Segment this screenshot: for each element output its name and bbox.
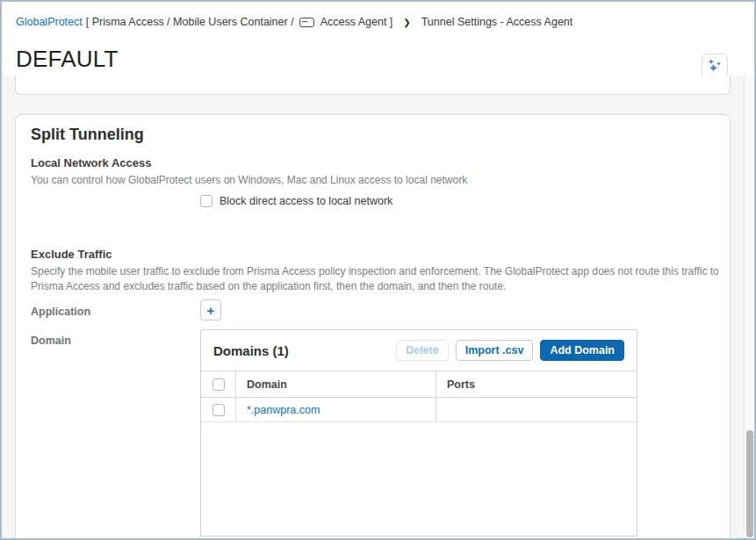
row-select-checkbox[interactable] [212, 404, 225, 416]
split-tunneling-card: Split Tunneling Local Network Access You… [15, 114, 731, 540]
sparkles-icon [707, 58, 723, 77]
breadcrumb-context-item: Access Agent ] [320, 16, 393, 28]
domain-field-label: Domain [31, 335, 71, 347]
breadcrumb-link-globalprotect[interactable]: GlobalProtect [16, 16, 83, 28]
add-application-button[interactable]: + [200, 299, 221, 320]
domain-table-row: *.panwpra.com [201, 398, 637, 422]
domains-table-header: Domain Ports [201, 371, 637, 398]
chevron-right-icon: ❯ [403, 18, 410, 27]
exclude-traffic-title: Exclude Traffic [31, 248, 720, 261]
exclude-traffic-description: Specify the mobile user traffic to exclu… [31, 264, 720, 294]
scrollbar-thumb[interactable] [746, 430, 753, 537]
content-area: Split Tunneling Local Network Access You… [2, 76, 744, 540]
breadcrumb: GlobalProtect [ Prisma Access / Mobile U… [16, 16, 572, 28]
previous-card-bottom [15, 76, 731, 95]
page-header: GlobalProtect [ Prisma Access / Mobile U… [2, 2, 754, 76]
domains-panel-header: Domains (1) Delete Import .csv Add Domai… [201, 330, 637, 371]
block-direct-access-label: Block direct access to local network [220, 195, 392, 207]
ports-column-label: Ports [447, 378, 475, 391]
row-select-cell [201, 398, 236, 421]
breadcrumb-context-prefix: [ Prisma Access / Mobile Users Container… [86, 16, 294, 28]
page-title: DEFAULT [16, 46, 119, 73]
domains-panel-title: Domains (1) [213, 343, 396, 358]
domain-cell: *.panwpra.com [236, 398, 436, 421]
import-csv-button[interactable]: Import .csv [456, 340, 534, 361]
add-domain-button[interactable]: Add Domain [540, 340, 624, 361]
domain-column-header: Domain [236, 371, 436, 397]
local-network-access-description: You can control how GlobalProtect users … [31, 173, 467, 188]
local-network-access-section: Local Network Access You can control how… [31, 156, 467, 188]
application-field-label: Application [31, 306, 90, 318]
domain-link[interactable]: *.panwpra.com [247, 404, 320, 416]
vertical-scrollbar[interactable] [744, 76, 754, 540]
ports-column-header: Ports [436, 371, 637, 397]
domain-column-label: Domain [247, 378, 287, 391]
domains-panel: Domains (1) Delete Import .csv Add Domai… [200, 329, 637, 536]
select-all-cell [201, 371, 236, 397]
select-all-checkbox[interactable] [212, 378, 225, 391]
app-window: GlobalProtect [ Prisma Access / Mobile U… [0, 0, 756, 540]
ports-cell [436, 398, 637, 421]
exclude-traffic-section: Exclude Traffic Specify the mobile user … [31, 248, 720, 294]
delete-domain-button[interactable]: Delete [396, 340, 449, 361]
container-icon [299, 18, 314, 27]
local-network-access-title: Local Network Access [31, 156, 467, 169]
breadcrumb-current-page: Tunnel Settings - Access Agent [421, 16, 573, 28]
block-direct-access-checkbox[interactable] [200, 195, 212, 207]
block-direct-access-row: Block direct access to local network [200, 195, 392, 207]
split-tunneling-title: Split Tunneling [31, 126, 144, 144]
